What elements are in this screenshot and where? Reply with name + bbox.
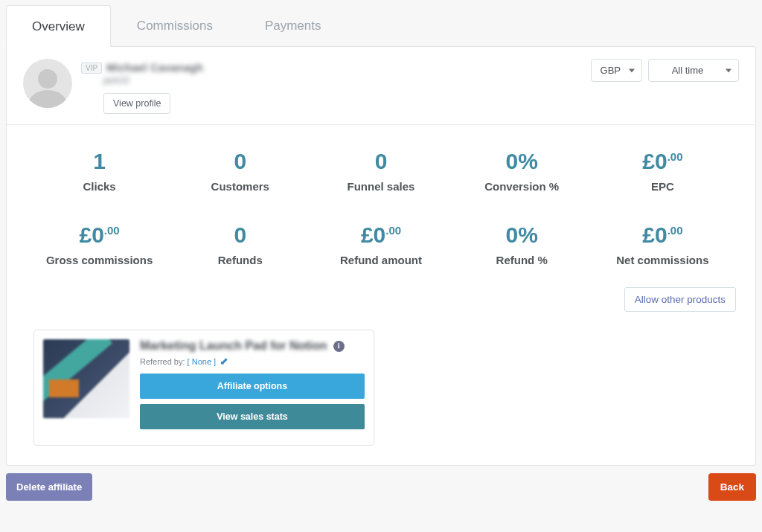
tab-payments[interactable]: Payments xyxy=(239,4,348,46)
product-title: Marketing Launch Pad for Notion xyxy=(140,339,327,353)
stat-label: Conversion % xyxy=(452,180,592,193)
stat-label: Refunds xyxy=(170,254,310,266)
tab-overview[interactable]: Overview xyxy=(6,5,111,47)
vip-badge: VIP xyxy=(81,63,102,74)
stat-value: 0% xyxy=(452,150,592,173)
view-profile-button[interactable]: View profile xyxy=(103,93,170,114)
period-select[interactable]: All time xyxy=(648,59,739,82)
referred-by-label: Referred by: xyxy=(140,357,185,366)
stat-label: Net commissions xyxy=(592,254,733,266)
stat-value: 0 xyxy=(310,150,451,173)
stat-value: 1 xyxy=(29,150,170,173)
delete-affiliate-button[interactable]: Delete affiliate xyxy=(6,473,92,501)
affiliate-name: Michael Cavanagh xyxy=(106,62,203,74)
stat-value: 0% xyxy=(452,224,592,246)
stat-value: £0.00 xyxy=(29,224,170,246)
affiliate-options-button[interactable]: Affiliate options xyxy=(140,374,365,399)
stat-label: EPC xyxy=(592,180,733,193)
tabs: Overview Commissions Payments xyxy=(6,4,756,46)
footer: Delete affiliate Back xyxy=(6,466,756,501)
stat-cell: £0.00Gross commissions xyxy=(29,224,170,266)
stat-value: £0.00 xyxy=(310,224,451,246)
stat-cell: 0Customers xyxy=(170,150,310,193)
stat-cell: 0Funnel sales xyxy=(310,150,451,193)
stat-label: Customers xyxy=(170,180,310,193)
stat-cell: 0Refunds xyxy=(170,224,310,266)
product-card: Marketing Launch Pad for Notion Referred… xyxy=(33,330,374,446)
stat-cell: £0.00EPC xyxy=(592,150,733,193)
affiliate-handle: jack10 xyxy=(103,75,203,86)
profile-header: VIP Michael Cavanagh jack10 View profile… xyxy=(7,47,755,125)
product-thumbnail xyxy=(43,339,129,418)
referred-by-link[interactable]: [ None ] xyxy=(188,357,217,366)
stat-label: Funnel sales xyxy=(310,180,451,193)
tab-commissions[interactable]: Commissions xyxy=(111,4,239,46)
overview-panel: VIP Michael Cavanagh jack10 View profile… xyxy=(6,46,756,466)
view-sales-stats-button[interactable]: View sales stats xyxy=(140,404,365,429)
referred-by: Referred by: [ None ] xyxy=(140,357,365,366)
stat-label: Refund % xyxy=(452,254,592,266)
stat-value: £0.00 xyxy=(592,224,733,246)
stat-cell: £0.00Refund amount xyxy=(310,224,451,266)
currency-select[interactable]: GBP xyxy=(591,59,642,82)
stat-label: Clicks xyxy=(29,180,170,193)
allow-other-products-button[interactable]: Allow other products xyxy=(624,287,736,312)
stat-cell: 1Clicks xyxy=(29,150,170,193)
info-icon[interactable] xyxy=(333,341,345,352)
stat-label: Gross commissions xyxy=(29,254,170,266)
stat-cell: 0%Refund % xyxy=(452,224,592,266)
stats-grid: 1Clicks0Customers0Funnel sales0%Conversi… xyxy=(7,125,755,284)
pencil-icon[interactable] xyxy=(220,357,229,366)
back-button[interactable]: Back xyxy=(708,473,756,501)
stat-value: £0.00 xyxy=(592,150,733,173)
avatar xyxy=(23,59,72,108)
stat-label: Refund amount xyxy=(310,254,451,266)
stat-value: 0 xyxy=(170,224,310,246)
stat-value: 0 xyxy=(170,150,310,173)
stat-cell: £0.00Net commissions xyxy=(592,224,733,266)
stat-cell: 0%Conversion % xyxy=(452,150,592,193)
